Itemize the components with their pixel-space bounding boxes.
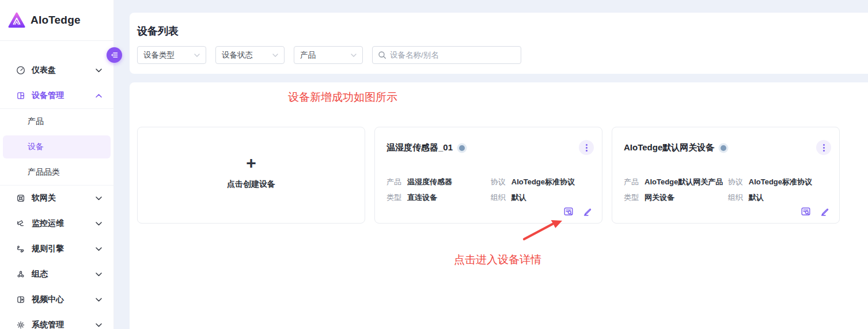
field-label: 组织 [728, 192, 743, 203]
field-label: 类型 [624, 192, 639, 203]
brand-name: AIoTedge [31, 14, 81, 27]
device-type-select[interactable]: 设备类型 [137, 46, 206, 64]
sidebar-item-label: 视频中心 [32, 294, 64, 305]
sidebar-item-rule-engine[interactable]: 规则引擎 [0, 236, 113, 262]
device-card-title: AIoTedge默认网关设备 [624, 142, 714, 153]
edit-icon[interactable] [820, 206, 830, 217]
sidebar-item-system-management[interactable]: 系统管理 [0, 312, 113, 329]
configuration-icon [16, 270, 25, 279]
field-label: 组织 [491, 192, 506, 203]
annotation-detail-note: 点击进入设备详情 [454, 252, 541, 267]
chevron-down-icon [96, 323, 102, 327]
chevron-down-icon [272, 54, 278, 57]
sidebar-collapse-button[interactable] [107, 47, 122, 63]
create-device-label: 点击创建设备 [227, 179, 275, 190]
monitoring-ops-icon [16, 219, 25, 228]
sidebar-item-monitoring-ops[interactable]: 监控运维 [0, 211, 113, 236]
device-cards-row: + 点击创建设备 温湿度传感器_01 产品温湿度传感器 协议AIoTedge标准… [137, 127, 840, 224]
video-center-icon [16, 295, 25, 304]
sidebar-item-video-center[interactable]: 视频中心 [0, 287, 113, 312]
sidebar-item-label: 系统管理 [32, 320, 64, 329]
annotation-success-note: 设备新增成功如图所示 [288, 90, 397, 105]
device-list-panel: 设备新增成功如图所示 + 点击创建设备 温湿度传感器_01 产品温湿度传感器 协… [130, 82, 868, 329]
sidebar-item-label: 软网关 [32, 193, 56, 203]
chevron-down-icon [194, 54, 200, 57]
device-fields: 产品温湿度传感器 协议AIoTedge标准协议 类型直连设备 组织默认 [386, 177, 593, 203]
field-value: AIoTedge默认网关产品 [645, 177, 723, 187]
field-label: 协议 [491, 177, 506, 187]
sidebar-item-label: 设备管理 [32, 90, 64, 101]
field-value: AIoTedge标准协议 [749, 177, 812, 187]
field-value: AIoTedge标准协议 [511, 177, 575, 187]
sidebar-nav: 仪表盘 设备管理 产品 设备 产品品类 [0, 58, 113, 329]
sidebar-subitem-device[interactable]: 设备 [3, 135, 111, 158]
system-management-icon [16, 320, 25, 329]
chevron-down-icon [351, 54, 357, 57]
page-title: 设备列表 [137, 24, 179, 38]
field-label: 产品 [386, 177, 401, 187]
sidebar-item-label: 仪表盘 [32, 65, 56, 75]
sidebar-item-label: 规则引擎 [32, 244, 64, 254]
sidebar-subitem-product-category[interactable]: 产品品类 [0, 160, 113, 185]
create-device-card[interactable]: + 点击创建设备 [137, 127, 365, 224]
device-status-select[interactable]: 设备状态 [215, 46, 285, 64]
chevron-down-icon [96, 298, 102, 302]
sidebar-item-device-management[interactable]: 设备管理 [0, 83, 113, 108]
sidebar-item-label: 监控运维 [32, 218, 64, 229]
sidebar: AIoTedge 仪表盘 [0, 0, 114, 329]
chevron-down-icon [96, 196, 102, 201]
kebab-menu-icon [586, 147, 587, 149]
sidebar-item-soft-gateway[interactable]: 软网关 [0, 186, 113, 211]
status-dot [721, 145, 726, 151]
product-select[interactable]: 产品 [294, 46, 363, 64]
red-arrow-annotation-icon [510, 215, 573, 247]
sidebar-subitem-label: 设备 [28, 142, 44, 152]
dashboard-icon [16, 66, 25, 75]
soft-gateway-icon [16, 194, 25, 203]
select-placeholder: 设备类型 [143, 50, 194, 60]
filter-row: 设备类型 设备状态 产品 [137, 46, 521, 64]
field-label: 协议 [728, 177, 743, 187]
edit-icon[interactable] [582, 206, 593, 217]
plus-icon: + [246, 154, 256, 172]
menu-fold-icon [110, 51, 119, 59]
device-fields: 产品AIoTedge默认网关产品 协议AIoTedge标准协议 类型网关设备 组… [624, 177, 830, 203]
field-label: 产品 [624, 177, 639, 187]
device-card-title: 温湿度传感器_01 [386, 142, 453, 153]
device-card: 温湿度传感器_01 产品温湿度传感器 协议AIoTedge标准协议 类型直连设备… [374, 127, 602, 224]
sidebar-subitem-label: 产品品类 [28, 167, 60, 177]
status-dot [459, 145, 465, 151]
device-detail-icon[interactable] [801, 206, 811, 217]
kebab-menu-icon [823, 147, 825, 149]
chevron-down-icon [96, 69, 102, 73]
divider [0, 40, 113, 41]
search-input[interactable] [390, 51, 516, 59]
field-value: 网关设备 [645, 192, 674, 203]
sidebar-subitem-label: 产品 [28, 116, 44, 127]
chevron-down-icon [96, 247, 102, 251]
field-value: 直连设备 [407, 192, 437, 203]
sidebar-item-label: 组态 [32, 269, 48, 279]
card-more-menu-button[interactable] [816, 140, 831, 155]
sidebar-subitem-product[interactable]: 产品 [0, 109, 113, 134]
field-value: 温湿度传感器 [407, 177, 452, 187]
chevron-up-icon [96, 94, 102, 98]
rule-engine-icon [16, 244, 25, 254]
select-placeholder: 产品 [300, 50, 351, 60]
device-search [372, 46, 521, 64]
topbar: 设备列表 设备类型 设备状态 产品 [130, 13, 868, 74]
chevron-down-icon [96, 273, 102, 277]
field-label: 类型 [386, 192, 401, 203]
field-value: 默认 [749, 192, 764, 203]
device-card: AIoTedge默认网关设备 产品AIoTedge默认网关产品 协议AIoTed… [612, 127, 840, 224]
card-more-menu-button[interactable] [579, 140, 594, 155]
select-placeholder: 设备状态 [222, 50, 272, 60]
device-management-icon [16, 91, 25, 100]
search-icon [378, 51, 386, 59]
sidebar-item-dashboard[interactable]: 仪表盘 [0, 58, 113, 83]
logo-icon [8, 12, 25, 28]
field-value: 默认 [511, 192, 526, 203]
sidebar-item-configuration[interactable]: 组态 [0, 262, 113, 287]
brand: AIoTedge [0, 0, 113, 31]
chevron-down-icon [96, 222, 102, 226]
